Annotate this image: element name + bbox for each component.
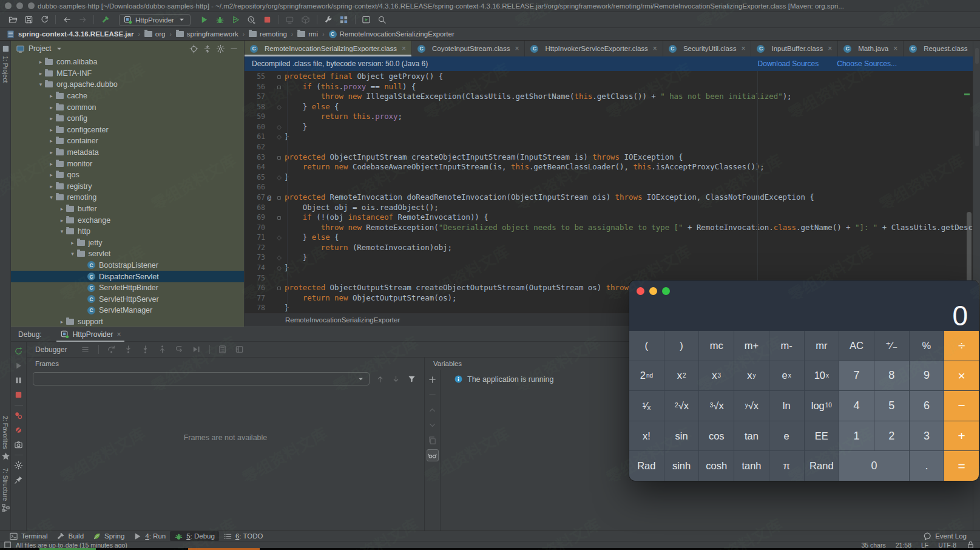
gear-button[interactable] [214,42,227,55]
step-out-button[interactable] [155,344,170,356]
calc-key-sin[interactable]: sin [664,421,699,451]
close-icon[interactable]: × [402,44,406,53]
calc-key-second[interactable]: 2nd [629,361,664,391]
thread-dump-button[interactable] [13,438,25,450]
layout-settings-button[interactable] [232,344,247,356]
tree-item-servlet[interactable]: ▾servlet [11,248,244,260]
tree-item-jetty[interactable]: ▸jetty [11,237,244,249]
chevron-right-icon[interactable]: ▸ [47,127,56,133]
step-into-button[interactable] [121,344,136,356]
editor-tab-HttpInvokerServiceExporter.class[interactable]: CHttpInvokerServiceExporter.class× [525,41,663,56]
hide-button[interactable] [227,42,240,55]
fold-marker[interactable] [273,132,285,142]
tool-window-button-Terminal[interactable]: Terminal [5,531,52,541]
calc-key-mr[interactable]: mr [805,331,839,361]
tree-item-registry[interactable]: ▸registry [11,181,244,192]
tree-item-qos[interactable]: ▸qos [11,169,244,181]
fold-marker[interactable] [273,233,285,243]
status-item[interactable]: 35 chars [861,542,885,549]
force-step-into-button[interactable] [138,344,153,356]
calc-key-ac[interactable]: AC [839,331,874,361]
move-up-button[interactable] [427,404,439,416]
debug-session-tab[interactable]: HttpProvider × [55,327,126,342]
fold-marker[interactable] [273,192,285,203]
calc-key-cube-root[interactable]: 3√x [699,391,734,421]
chevron-down-icon[interactable]: ▾ [69,251,77,257]
event-log-button[interactable]: Event Log [923,532,975,541]
tree-item-org.apache.dubbo[interactable]: ▾org.apache.dubbo [11,79,244,90]
chevron-right-icon[interactable]: ▸ [47,93,56,99]
frame-down-button[interactable] [389,373,402,385]
pin-button[interactable] [13,474,25,486]
chevron-down-icon[interactable]: ▾ [58,228,66,234]
banner-link-download-sources[interactable]: Download Sources [758,59,819,68]
tree-item-DispatcherServlet[interactable]: CDispatcherServlet [11,271,244,282]
calc-key-3[interactable]: 3 [910,421,944,451]
tool-window-button-Build[interactable]: Build [52,531,88,541]
chevron-right-icon[interactable]: ▸ [47,183,56,189]
run-coverage-button[interactable] [228,13,244,27]
sync-button[interactable] [36,13,52,27]
calc-key-sinh[interactable]: sinh [664,451,699,481]
close-icon[interactable]: × [741,44,745,53]
calc-key-ten-power-x[interactable]: 10x [805,361,839,391]
calc-key-cos[interactable]: cos [699,421,734,451]
close-icon[interactable]: × [893,44,897,53]
duplicate-button[interactable] [427,434,439,446]
close-icon[interactable]: × [828,44,832,53]
tree-item-ServletManager[interactable]: CServletManager [11,305,244,316]
calc-zoom-button[interactable] [662,287,670,295]
editor-tab-RemoteInvocationSerializingExporter.class[interactable]: CRemoteInvocationSerializingExporter.cla… [245,41,412,56]
editor-tab-Math.java[interactable]: CMath.java× [838,41,904,56]
chevron-right-icon[interactable]: ▸ [36,70,45,76]
run-configuration-selector[interactable]: HttpProvider [119,14,191,26]
status-item[interactable]: LF [921,542,928,549]
tree-item-buffer[interactable]: ▸buffer [11,203,244,215]
run-anything-button[interactable] [359,13,374,27]
breadcrumb-item[interactable]: org [144,30,166,38]
filter-button[interactable] [405,373,418,385]
calc-key-9[interactable]: 9 [910,361,944,391]
tree-item-com.alibaba[interactable]: ▸com.alibaba [11,56,244,68]
chevron-right-icon[interactable]: ▸ [47,104,56,110]
calc-key-percent[interactable]: % [910,331,944,361]
tool-window-button-6: TODO[interactable]: 6: TODO [219,531,268,541]
open-project-button[interactable] [5,13,21,27]
calc-key-subtract[interactable]: − [944,391,979,421]
attach-button[interactable] [282,13,298,27]
close-icon[interactable]: × [515,44,519,53]
calc-key-multiply[interactable]: × [944,361,979,391]
calc-key-e[interactable]: e [769,421,804,451]
drop-frame-button[interactable] [172,344,187,356]
fold-marker[interactable] [273,82,285,92]
minimize-window-button[interactable] [16,2,23,9]
build-hammer-button[interactable] [97,13,113,27]
breadcrumb-item[interactable]: CRemoteInvocationSerializingExporter [329,30,455,38]
right-stripe-tool-button[interactable] [975,48,979,64]
tree-item-monitor[interactable]: ▸monitor [11,158,244,169]
pause-button[interactable] [13,374,25,386]
profiler-button[interactable] [244,13,260,27]
calc-key-mc[interactable]: mc [699,331,734,361]
breadcrumb-item[interactable]: rmi [297,30,318,38]
right-stripe-tool-button[interactable] [975,131,979,146]
tree-item-ServletHttpServer[interactable]: CServletHttpServer [11,293,244,305]
project-view-selector[interactable] [55,44,64,53]
fold-marker[interactable] [273,283,285,293]
calc-key-equals[interactable]: = [944,451,979,481]
collapse-all-button[interactable] [200,42,214,55]
tree-item-META-INF[interactable]: ▸META-INF [11,68,244,80]
fold-marker[interactable] [273,172,285,183]
run-button[interactable] [197,13,212,27]
tool-button-structure[interactable]: 7: Structure [0,468,11,512]
run-to-cursor-button[interactable] [189,344,204,356]
calc-key-7[interactable]: 7 [839,361,874,391]
close-window-button[interactable] [5,2,12,9]
calc-key-6[interactable]: 6 [910,391,944,421]
calc-key-rand[interactable]: Rand [805,451,839,481]
fold-marker[interactable] [273,152,285,163]
chevron-right-icon[interactable]: ▸ [69,240,77,246]
calc-key-close-paren[interactable]: ) [664,331,699,361]
stop-button[interactable] [260,13,275,27]
tool-window-button-5: Debug[interactable]: 5: Debug [170,531,219,541]
